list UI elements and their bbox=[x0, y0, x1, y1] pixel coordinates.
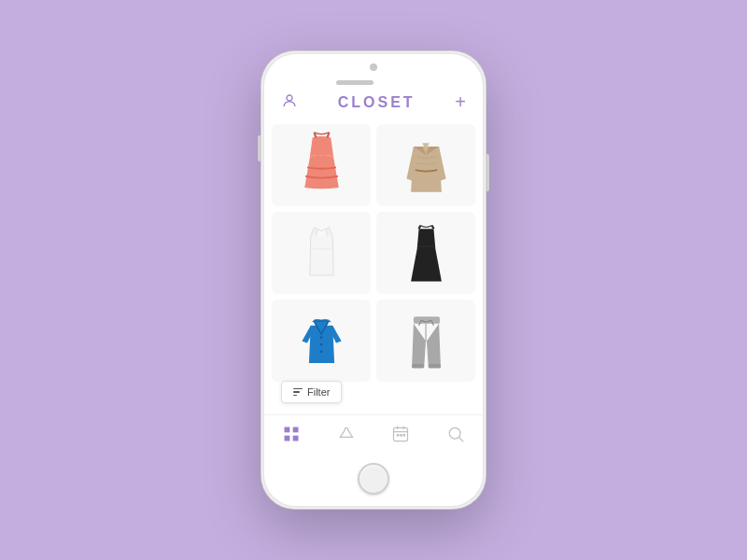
add-button[interactable]: + bbox=[455, 91, 466, 113]
black-dress-svg bbox=[396, 218, 457, 288]
phone-camera bbox=[370, 63, 377, 71]
filter-line-1 bbox=[293, 388, 303, 390]
nav-grid-icon[interactable] bbox=[276, 423, 306, 450]
blue-blouse-svg bbox=[291, 306, 352, 376]
white-top-svg bbox=[291, 218, 352, 288]
svg-rect-4 bbox=[413, 316, 439, 324]
clothing-item-4[interactable] bbox=[376, 212, 475, 294]
closet-content: Filter bbox=[264, 120, 483, 414]
nav-hanger-icon[interactable] bbox=[331, 423, 361, 450]
svg-point-3 bbox=[319, 350, 322, 353]
svg-rect-10 bbox=[285, 427, 290, 433]
svg-rect-13 bbox=[293, 436, 299, 441]
clothing-item-3[interactable] bbox=[272, 212, 371, 294]
phone-notch-area bbox=[264, 54, 483, 84]
clothing-item-1[interactable] bbox=[272, 124, 371, 206]
svg-rect-8 bbox=[428, 363, 440, 368]
svg-rect-11 bbox=[293, 427, 299, 433]
clothing-item-5[interactable] bbox=[272, 300, 371, 382]
svg-point-21 bbox=[449, 427, 460, 439]
nav-calendar-icon[interactable] bbox=[386, 423, 416, 450]
home-button-area bbox=[264, 455, 483, 506]
pink-dress-svg bbox=[291, 131, 352, 201]
phone-screen: CLOSET + bbox=[264, 54, 483, 506]
filter-line-3 bbox=[293, 395, 297, 397]
filter-label: Filter bbox=[307, 386, 330, 398]
clothes-grid bbox=[272, 124, 475, 382]
filter-button[interactable]: Filter bbox=[281, 381, 342, 403]
svg-rect-19 bbox=[400, 434, 402, 437]
app-title: CLOSET bbox=[338, 94, 416, 111]
svg-rect-20 bbox=[403, 434, 406, 437]
phone-speaker bbox=[336, 80, 374, 85]
svg-point-1 bbox=[319, 336, 322, 339]
svg-rect-7 bbox=[412, 363, 424, 368]
svg-point-2 bbox=[319, 343, 322, 345]
nav-search-icon[interactable] bbox=[441, 423, 471, 450]
clothing-item-6[interactable] bbox=[376, 300, 475, 382]
filter-icon bbox=[293, 388, 303, 397]
svg-rect-12 bbox=[285, 436, 290, 441]
phone-frame: CLOSET + bbox=[261, 51, 486, 509]
filter-line-2 bbox=[293, 391, 300, 393]
profile-icon[interactable] bbox=[281, 92, 298, 113]
app-header: CLOSET + bbox=[264, 84, 483, 120]
svg-rect-18 bbox=[397, 434, 400, 437]
clothing-item-2[interactable] bbox=[376, 124, 475, 206]
svg-line-22 bbox=[459, 438, 464, 442]
bottom-nav bbox=[264, 414, 483, 455]
home-button[interactable] bbox=[358, 463, 389, 495]
grey-joggers-svg bbox=[396, 306, 457, 376]
beige-jacket-svg bbox=[396, 131, 457, 201]
svg-point-0 bbox=[287, 95, 292, 101]
